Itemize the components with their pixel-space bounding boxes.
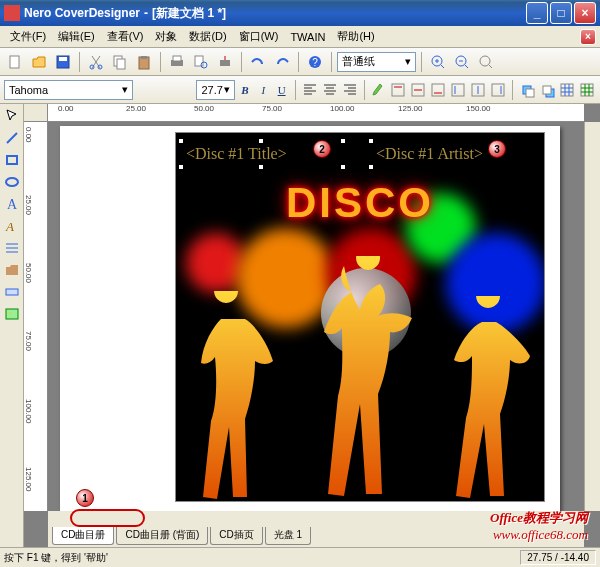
ellipse-tool[interactable] — [2, 172, 22, 192]
italic-button[interactable]: I — [255, 79, 271, 101]
align-top-button[interactable] — [389, 79, 407, 101]
bold-button[interactable]: B — [237, 79, 253, 101]
selection-handle[interactable] — [340, 164, 346, 170]
watermark: Office教程学习网 www.office68.com — [490, 509, 588, 543]
calibrate-button[interactable] — [214, 51, 236, 73]
align-right-button[interactable] — [341, 79, 359, 101]
selection-handle[interactable] — [340, 138, 346, 144]
svg-point-32 — [6, 178, 18, 186]
menu-help[interactable]: 帮助(H) — [331, 27, 380, 46]
pointer-tool[interactable] — [2, 106, 22, 126]
ruler-corner — [24, 104, 48, 122]
zoom-fit-button[interactable] — [475, 51, 497, 73]
font-combo[interactable]: Tahoma ▾ — [4, 80, 133, 100]
artistic-text-icon: A — [4, 218, 20, 234]
redo-icon — [274, 54, 290, 70]
align-middle-button[interactable] — [409, 79, 427, 101]
menu-data[interactable]: 数据(D) — [183, 27, 232, 46]
grid-icon — [559, 82, 575, 98]
main-area: A A 0.00 25.00 50.00 75.00 100.00 125.00… — [0, 104, 600, 547]
selection-handle[interactable] — [368, 138, 374, 144]
line-tool[interactable] — [2, 128, 22, 148]
disco-title[interactable]: DISCO — [176, 179, 544, 227]
brush-button[interactable] — [369, 79, 387, 101]
zoom-out-button[interactable] — [451, 51, 473, 73]
svg-rect-24 — [492, 84, 504, 96]
save-button[interactable] — [52, 51, 74, 73]
rect-tool[interactable] — [2, 150, 22, 170]
copy-button[interactable] — [109, 51, 131, 73]
align-vcenter-button[interactable] — [469, 79, 487, 101]
svg-point-18 — [480, 56, 490, 66]
status-coords: 27.75 / -14.40 — [520, 550, 596, 565]
new-button[interactable] — [4, 51, 26, 73]
align-vright-button[interactable] — [489, 79, 507, 101]
cut-button[interactable] — [85, 51, 107, 73]
tracklist-tool[interactable] — [2, 238, 22, 258]
tab-booklet-back[interactable]: CD曲目册 (背面) — [116, 527, 208, 545]
align-center-icon — [322, 82, 338, 98]
preview-button[interactable] — [190, 51, 212, 73]
svg-text:A: A — [7, 197, 18, 212]
print-button[interactable] — [166, 51, 188, 73]
dancer-silhouette — [306, 256, 416, 501]
underline-button[interactable]: U — [273, 79, 289, 101]
selection-handle[interactable] — [368, 164, 374, 170]
align-vleft-icon — [450, 82, 466, 98]
paste-button[interactable] — [133, 51, 155, 73]
svg-rect-19 — [392, 84, 404, 96]
selection-handle[interactable] — [178, 164, 184, 170]
align-vright-icon — [490, 82, 506, 98]
field-tool[interactable] — [2, 282, 22, 302]
redo-button[interactable] — [271, 51, 293, 73]
callout-3: 3 — [488, 140, 506, 158]
align-left-button[interactable] — [301, 79, 319, 101]
paste-icon — [136, 54, 152, 70]
menu-window[interactable]: 窗口(W) — [233, 27, 285, 46]
paper-type-select[interactable]: 普通纸 ▾ — [337, 52, 416, 72]
text-tool[interactable]: A — [2, 194, 22, 214]
font-size-combo[interactable]: 27.7 ▾ — [196, 80, 234, 100]
menu-file[interactable]: 文件(F) — [4, 27, 52, 46]
close-button[interactable]: × — [574, 2, 596, 24]
vertical-scrollbar[interactable] — [584, 122, 600, 511]
help-button[interactable]: ? — [304, 51, 326, 73]
menu-view[interactable]: 查看(V) — [101, 27, 150, 46]
canvas[interactable]: DISCO <Disc #1 Title> <Disc #1 Artist> 2… — [48, 122, 584, 511]
grid-button[interactable] — [558, 79, 576, 101]
align-bottom-button[interactable] — [429, 79, 447, 101]
tab-booklet-front[interactable]: CD曲目册 — [52, 527, 114, 545]
maximize-button[interactable]: □ — [550, 2, 572, 24]
svg-rect-13 — [220, 60, 230, 66]
chevron-down-icon: ▾ — [122, 83, 128, 96]
tab-inlay[interactable]: CD插页 — [210, 527, 262, 545]
disc-title-field[interactable]: <Disc #1 Title> — [186, 145, 287, 163]
disc-artist-field[interactable]: <Disc #1 Artist> — [376, 145, 483, 163]
send-back-button[interactable] — [538, 79, 556, 101]
folder-tool[interactable] — [2, 260, 22, 280]
image-tool[interactable] — [2, 304, 22, 324]
folder-icon — [4, 262, 20, 278]
grid2-button[interactable] — [578, 79, 596, 101]
minimize-button[interactable]: _ — [526, 2, 548, 24]
zoom-in-button[interactable] — [427, 51, 449, 73]
menu-twain[interactable]: TWAIN — [284, 29, 331, 45]
bring-front-button[interactable] — [518, 79, 536, 101]
status-help: 按下 F1 键，得到 '帮助' — [4, 551, 108, 565]
selection-handle[interactable] — [258, 164, 264, 170]
menu-edit[interactable]: 编辑(E) — [52, 27, 101, 46]
menu-object[interactable]: 对象 — [149, 27, 183, 46]
align-center-button[interactable] — [321, 79, 339, 101]
undo-button[interactable] — [247, 51, 269, 73]
zoom-in-icon — [430, 54, 446, 70]
zoom-out-icon — [454, 54, 470, 70]
doc-close-button[interactable]: × — [580, 29, 596, 45]
cd-cover[interactable]: DISCO <Disc #1 Title> <Disc #1 Artist> — [175, 132, 545, 502]
artistic-text-tool[interactable]: A — [2, 216, 22, 236]
selection-handle[interactable] — [258, 138, 264, 144]
svg-rect-28 — [543, 86, 551, 94]
selection-handle[interactable] — [178, 138, 184, 144]
align-vleft-button[interactable] — [449, 79, 467, 101]
tab-disc[interactable]: 光盘 1 — [265, 527, 311, 545]
open-button[interactable] — [28, 51, 50, 73]
